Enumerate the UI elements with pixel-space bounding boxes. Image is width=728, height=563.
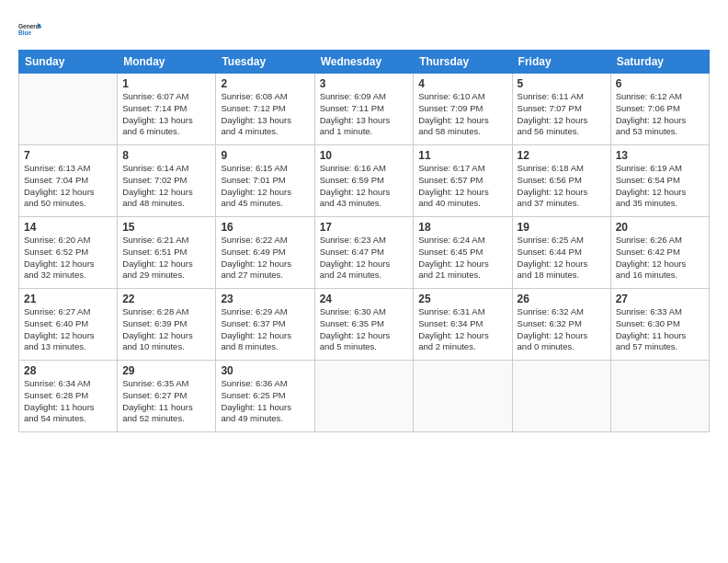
calendar-header-wednesday: Wednesday (314, 51, 414, 74)
svg-text:Blue: Blue (18, 29, 31, 36)
day-number: 2 (221, 77, 309, 90)
calendar-cell (414, 361, 512, 432)
day-info: Sunrise: 6:14 AMSunset: 7:02 PMDaylight:… (122, 163, 210, 210)
day-info: Sunrise: 6:22 AMSunset: 6:49 PMDaylight:… (221, 235, 309, 282)
day-info: Sunrise: 6:29 AMSunset: 6:37 PMDaylight:… (221, 306, 309, 353)
calendar-header-friday: Friday (512, 51, 610, 74)
calendar-header-tuesday: Tuesday (216, 51, 314, 74)
calendar-table: SundayMondayTuesdayWednesdayThursdayFrid… (18, 50, 710, 432)
calendar-cell: 19Sunrise: 6:25 AMSunset: 6:44 PMDayligh… (512, 217, 610, 289)
page: GeneralBlue SundayMondayTuesdayWednesday… (0, 0, 728, 563)
day-info: Sunrise: 6:31 AMSunset: 6:34 PMDaylight:… (418, 306, 506, 353)
day-info: Sunrise: 6:28 AMSunset: 6:39 PMDaylight:… (122, 306, 210, 353)
day-info: Sunrise: 6:23 AMSunset: 6:47 PMDaylight:… (320, 235, 409, 282)
calendar-cell: 18Sunrise: 6:24 AMSunset: 6:45 PMDayligh… (414, 217, 512, 289)
day-info: Sunrise: 6:19 AMSunset: 6:54 PMDaylight:… (616, 163, 704, 210)
day-info: Sunrise: 6:21 AMSunset: 6:51 PMDaylight:… (122, 235, 210, 282)
day-info: Sunrise: 6:27 AMSunset: 6:40 PMDaylight:… (24, 306, 112, 353)
day-info: Sunrise: 6:15 AMSunset: 7:01 PMDaylight:… (221, 163, 309, 210)
day-info: Sunrise: 6:09 AMSunset: 7:11 PMDaylight:… (320, 91, 409, 138)
day-info: Sunrise: 6:18 AMSunset: 6:56 PMDaylight:… (518, 163, 606, 210)
week-row-4: 21Sunrise: 6:27 AMSunset: 6:40 PMDayligh… (19, 289, 710, 361)
day-number: 3 (320, 77, 409, 90)
calendar-cell: 22Sunrise: 6:28 AMSunset: 6:39 PMDayligh… (118, 289, 216, 361)
calendar-cell (314, 361, 414, 432)
calendar-cell: 17Sunrise: 6:23 AMSunset: 6:47 PMDayligh… (314, 217, 414, 289)
svg-text:General: General (18, 23, 40, 29)
header: GeneralBlue (18, 17, 710, 42)
calendar-cell: 20Sunrise: 6:26 AMSunset: 6:42 PMDayligh… (610, 217, 709, 289)
week-row-1: 1Sunrise: 6:07 AMSunset: 7:14 PMDaylight… (19, 74, 710, 145)
day-number: 30 (221, 364, 309, 377)
day-number: 11 (418, 149, 506, 162)
week-row-2: 7Sunrise: 6:13 AMSunset: 7:04 PMDaylight… (19, 145, 710, 217)
day-number: 9 (221, 149, 309, 162)
day-info: Sunrise: 6:34 AMSunset: 6:28 PMDaylight:… (24, 378, 112, 425)
calendar-cell: 7Sunrise: 6:13 AMSunset: 7:04 PMDaylight… (19, 145, 118, 217)
day-number: 24 (320, 293, 409, 305)
calendar-cell: 14Sunrise: 6:20 AMSunset: 6:52 PMDayligh… (19, 217, 118, 289)
logo-icon: GeneralBlue (18, 17, 44, 42)
week-row-5: 28Sunrise: 6:34 AMSunset: 6:28 PMDayligh… (19, 361, 710, 432)
calendar-cell: 21Sunrise: 6:27 AMSunset: 6:40 PMDayligh… (19, 289, 118, 361)
logo: GeneralBlue (18, 17, 44, 42)
day-number: 21 (24, 293, 112, 305)
day-number: 10 (320, 149, 409, 162)
calendar-header-saturday: Saturday (610, 51, 709, 74)
day-number: 17 (320, 221, 409, 234)
day-info: Sunrise: 6:35 AMSunset: 6:27 PMDaylight:… (122, 378, 210, 425)
day-info: Sunrise: 6:32 AMSunset: 6:32 PMDaylight:… (518, 306, 606, 353)
calendar-cell: 16Sunrise: 6:22 AMSunset: 6:49 PMDayligh… (216, 217, 314, 289)
calendar-cell: 9Sunrise: 6:15 AMSunset: 7:01 PMDaylight… (216, 145, 314, 217)
calendar-header-row: SundayMondayTuesdayWednesdayThursdayFrid… (19, 51, 710, 74)
calendar-cell: 8Sunrise: 6:14 AMSunset: 7:02 PMDaylight… (118, 145, 216, 217)
calendar-cell (610, 361, 709, 432)
calendar-cell: 12Sunrise: 6:18 AMSunset: 6:56 PMDayligh… (512, 145, 610, 217)
calendar-cell: 10Sunrise: 6:16 AMSunset: 6:59 PMDayligh… (314, 145, 414, 217)
day-info: Sunrise: 6:33 AMSunset: 6:30 PMDaylight:… (616, 306, 704, 353)
day-number: 7 (24, 149, 112, 162)
day-number: 22 (122, 293, 210, 305)
day-info: Sunrise: 6:36 AMSunset: 6:25 PMDaylight:… (221, 378, 309, 425)
calendar-cell: 25Sunrise: 6:31 AMSunset: 6:34 PMDayligh… (414, 289, 512, 361)
day-info: Sunrise: 6:13 AMSunset: 7:04 PMDaylight:… (24, 163, 112, 210)
day-number: 13 (616, 149, 704, 162)
calendar-cell (512, 361, 610, 432)
calendar-cell: 3Sunrise: 6:09 AMSunset: 7:11 PMDaylight… (314, 74, 414, 145)
day-info: Sunrise: 6:17 AMSunset: 6:57 PMDaylight:… (418, 163, 506, 210)
day-number: 25 (418, 293, 506, 305)
day-info: Sunrise: 6:30 AMSunset: 6:35 PMDaylight:… (320, 306, 409, 353)
day-number: 26 (518, 293, 606, 305)
day-number: 6 (616, 77, 704, 90)
day-number: 14 (24, 221, 112, 234)
calendar-cell: 29Sunrise: 6:35 AMSunset: 6:27 PMDayligh… (118, 361, 216, 432)
day-info: Sunrise: 6:12 AMSunset: 7:06 PMDaylight:… (616, 91, 704, 138)
calendar-header-monday: Monday (118, 51, 216, 74)
calendar-cell: 24Sunrise: 6:30 AMSunset: 6:35 PMDayligh… (314, 289, 414, 361)
day-number: 19 (518, 221, 606, 234)
calendar-header-thursday: Thursday (414, 51, 512, 74)
day-info: Sunrise: 6:07 AMSunset: 7:14 PMDaylight:… (122, 91, 210, 138)
calendar-header-sunday: Sunday (19, 51, 118, 74)
calendar-cell: 5Sunrise: 6:11 AMSunset: 7:07 PMDaylight… (512, 74, 610, 145)
day-number: 20 (616, 221, 704, 234)
calendar-cell: 15Sunrise: 6:21 AMSunset: 6:51 PMDayligh… (118, 217, 216, 289)
day-info: Sunrise: 6:11 AMSunset: 7:07 PMDaylight:… (518, 91, 606, 138)
day-number: 5 (518, 77, 606, 90)
day-info: Sunrise: 6:10 AMSunset: 7:09 PMDaylight:… (418, 91, 506, 138)
day-number: 16 (221, 221, 309, 234)
day-number: 27 (616, 293, 704, 305)
day-number: 28 (24, 364, 112, 377)
day-number: 29 (122, 364, 210, 377)
calendar-cell: 28Sunrise: 6:34 AMSunset: 6:28 PMDayligh… (19, 361, 118, 432)
day-number: 8 (122, 149, 210, 162)
calendar-cell: 27Sunrise: 6:33 AMSunset: 6:30 PMDayligh… (610, 289, 709, 361)
day-number: 15 (122, 221, 210, 234)
calendar-cell: 30Sunrise: 6:36 AMSunset: 6:25 PMDayligh… (216, 361, 314, 432)
day-info: Sunrise: 6:16 AMSunset: 6:59 PMDaylight:… (320, 163, 409, 210)
day-info: Sunrise: 6:25 AMSunset: 6:44 PMDaylight:… (518, 235, 606, 282)
day-number: 12 (518, 149, 606, 162)
calendar-cell: 23Sunrise: 6:29 AMSunset: 6:37 PMDayligh… (216, 289, 314, 361)
day-number: 1 (122, 77, 210, 90)
calendar-cell: 1Sunrise: 6:07 AMSunset: 7:14 PMDaylight… (118, 74, 216, 145)
